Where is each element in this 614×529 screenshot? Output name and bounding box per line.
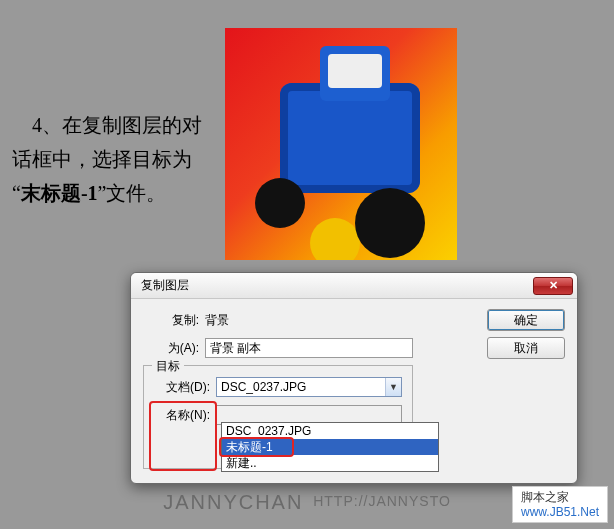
corner-cn: 脚本之家 <box>521 490 599 504</box>
target-fieldset: 目标 文档(D): DSC_0237.JPG ▼ 名称(N): <box>143 365 413 469</box>
instruction-after: ”文件。 <box>98 182 167 204</box>
corner-url: www.JB51.Net <box>521 505 599 519</box>
chevron-down-icon: ▼ <box>385 378 401 396</box>
row-doc: 文档(D): DSC_0237.JPG ▼ <box>154 376 402 398</box>
toy-photo-detail <box>320 46 390 101</box>
dialog-title: 复制图层 <box>141 277 189 294</box>
dropdown-option-0[interactable]: DSC_0237.JPG <box>222 423 438 439</box>
instruction-text: 4、在复制图层的对话框中，选择目标为“末标题-1”文件。 <box>12 108 217 210</box>
as-input[interactable] <box>205 338 413 358</box>
target-legend: 目标 <box>152 358 184 375</box>
cancel-button[interactable]: 取消 <box>487 337 565 359</box>
footer-url: HTTP://JANNYSTO <box>313 493 451 509</box>
toy-photo <box>225 28 457 260</box>
doc-label: 文档(D): <box>154 379 216 396</box>
footer-brand: JANNYCHAN <box>163 491 303 513</box>
close-icon: ✕ <box>549 279 558 292</box>
copy-value: 背景 <box>205 312 413 329</box>
doc-select[interactable]: DSC_0237.JPG ▼ <box>216 377 402 397</box>
form-area: 复制: 背景 为(A): 目标 文档(D): DSC_0237.JPG ▼ <box>143 309 413 469</box>
close-button[interactable]: ✕ <box>533 277 573 295</box>
name-label: 名称(N): <box>154 407 216 424</box>
dropdown-option-1[interactable]: 未标题-1 <box>222 439 438 455</box>
copy-layer-dialog: 复制图层 ✕ 复制: 背景 为(A): 目标 文档(D): <box>130 272 578 484</box>
doc-dropdown-list[interactable]: DSC_0237.JPG 未标题-1 新建.. <box>221 422 439 472</box>
row-copy: 复制: 背景 <box>143 309 413 331</box>
corner-watermark: 脚本之家 www.JB51.Net <box>512 486 608 523</box>
dialog-body: 复制: 背景 为(A): 目标 文档(D): DSC_0237.JPG ▼ <box>131 299 577 483</box>
ok-button[interactable]: 确定 <box>487 309 565 331</box>
row-as: 为(A): <box>143 337 413 359</box>
dropdown-option-2[interactable]: 新建.. <box>222 455 438 471</box>
instruction-em: 末标题-1 <box>21 182 98 204</box>
dialog-titlebar[interactable]: 复制图层 ✕ <box>131 273 577 299</box>
doc-select-value: DSC_0237.JPG <box>221 380 306 394</box>
copy-label: 复制: <box>143 312 205 329</box>
as-label: 为(A): <box>143 340 205 357</box>
